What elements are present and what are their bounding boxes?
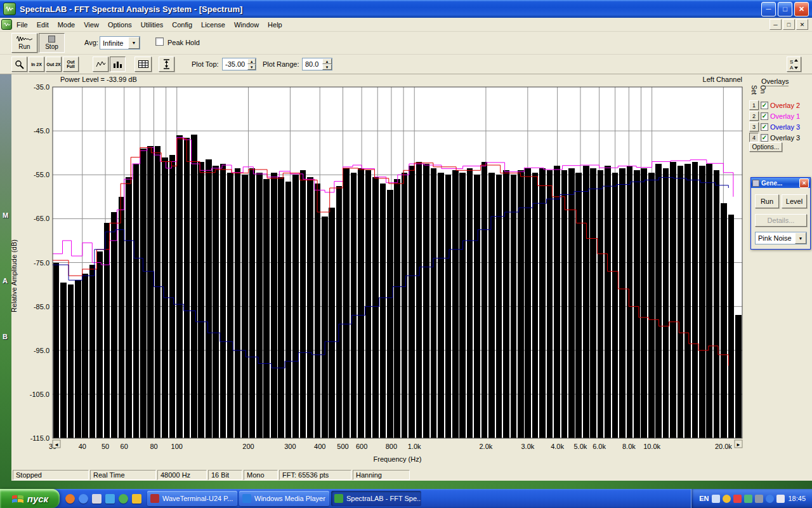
mdi-minimize-button[interactable]: ─ — [769, 19, 782, 30]
start-button[interactable]: пуск — [0, 489, 60, 508]
status-segment: Hanning — [353, 470, 410, 480]
amplitude-scale-button[interactable]: SA — [787, 57, 801, 72]
tray-icon-6[interactable] — [766, 495, 774, 503]
vertical-scale-icon — [163, 59, 170, 69]
quick-launch-icon-2[interactable] — [79, 494, 88, 504]
y-tick-label: -75.0 — [34, 259, 49, 267]
line-plot-button[interactable] — [93, 57, 108, 72]
overlays-on-header: On — [759, 85, 766, 93]
generator-signal-dropdown[interactable]: Pink Noise ▼ — [755, 232, 807, 244]
table-view-button[interactable] — [134, 57, 152, 72]
tray-icon-4[interactable] — [744, 495, 752, 503]
autoscale-button[interactable] — [159, 57, 174, 72]
menu-item-window[interactable]: Window — [230, 19, 263, 30]
overlay-checkbox-4[interactable]: ✓ — [761, 134, 768, 142]
overlay-checkbox-3[interactable]: ✓ — [761, 123, 768, 131]
generator-run-button[interactable]: Run — [755, 194, 779, 208]
overlay-set-button-4[interactable]: 4 — [749, 133, 759, 142]
arrow-down-icon[interactable]: ▼ — [247, 64, 256, 70]
close-button[interactable]: ✕ — [794, 2, 809, 17]
scroll-right-button[interactable]: ► — [735, 440, 742, 448]
arrow-down-icon[interactable]: ▼ — [322, 64, 332, 70]
waveform-icon — [16, 36, 33, 43]
chevron-down-icon[interactable]: ▼ — [795, 232, 806, 244]
zoom-in-2x-button[interactable]: In 2X — [29, 57, 44, 72]
scroll-left-button[interactable]: ◄ — [53, 440, 60, 448]
status-segment: FFT: 65536 pts — [279, 470, 351, 480]
spinner-arrows[interactable]: ▲▼ — [322, 58, 332, 70]
y-tick-label: -35.0 — [34, 83, 49, 91]
generator-details-button[interactable]: Details... — [755, 214, 807, 227]
task-button-2[interactable]: Windows Media Player — [239, 491, 329, 506]
plot-range-spinner[interactable]: 80.0 ▲▼ — [302, 58, 332, 70]
task-button-label: Windows Media Player — [254, 495, 325, 502]
zoom-out-full-button[interactable]: Out Full — [63, 57, 79, 72]
quick-launch-icon-5[interactable] — [119, 494, 128, 504]
bar-plot-button[interactable] — [110, 57, 126, 72]
arrow-up-icon[interactable]: ▲ — [322, 58, 332, 64]
quick-launch-icon-4[interactable] — [105, 494, 115, 504]
zoom-out-label: Out 2X — [46, 62, 61, 67]
tray-icon-7[interactable] — [776, 495, 785, 503]
menu-item-license[interactable]: License — [197, 19, 230, 30]
mdi-restore-button[interactable]: □ — [783, 19, 795, 30]
quick-launch-icon-3[interactable] — [92, 494, 102, 504]
task-buttons: WaveTerminal-U24 P...Windows Media Playe… — [147, 491, 423, 506]
status-segment: Real Time — [90, 470, 156, 480]
peak-hold-checkbox[interactable] — [155, 37, 164, 46]
overlay-set-button-3[interactable]: 3 — [749, 122, 759, 131]
quick-launch-icon-1[interactable] — [65, 494, 75, 504]
menu-item-config[interactable]: Config — [167, 19, 197, 30]
menu-item-file[interactable]: File — [12, 19, 32, 30]
zoom-cursor-button[interactable] — [11, 57, 27, 72]
toolbar-plot: In 2X Out 2X Out Full Plot Top: -35.00 ▲… — [0, 55, 812, 74]
menu-item-options[interactable]: Options — [103, 19, 136, 30]
quick-launch-icon-6[interactable] — [132, 494, 141, 504]
arrow-up-icon[interactable]: ▲ — [247, 58, 256, 64]
run-button[interactable]: Run — [11, 33, 37, 53]
task-button-3[interactable]: SpectraLAB - FFT Spe... — [331, 491, 421, 506]
generator-title-bar[interactable]: Gene... ✕ — [751, 178, 810, 188]
overlay-options-button[interactable]: Options... — [749, 142, 782, 152]
x-tick-label: 200 — [242, 443, 254, 450]
task-icon-2 — [242, 494, 251, 503]
generator-details-label: Details... — [768, 217, 795, 224]
y-tick-label: -55.0 — [34, 171, 49, 178]
desktop-icon-label[interactable]: B — [3, 333, 8, 340]
menu-item-help[interactable]: Help — [263, 19, 287, 30]
task-button-1[interactable]: WaveTerminal-U24 P... — [147, 491, 237, 506]
plot-top-spinner[interactable]: -35.00 ▲▼ — [222, 58, 256, 70]
menu-item-view[interactable]: View — [79, 19, 103, 30]
menu-item-utilities[interactable]: Utilities — [136, 19, 167, 30]
tray-icon-3[interactable] — [733, 495, 742, 503]
tray-icon-2[interactable] — [723, 495, 731, 503]
overlay-set-button-2[interactable]: 2 — [749, 111, 759, 121]
overlay-checkbox-1[interactable]: ✓ — [761, 102, 768, 109]
x-tick-label: 3.0k — [521, 443, 535, 450]
chevron-down-icon[interactable]: ▼ — [128, 37, 140, 49]
mdi-close-button[interactable]: ✕ — [796, 19, 808, 30]
generator-close-button[interactable]: ✕ — [799, 178, 809, 188]
waveform-icon — [6, 6, 13, 11]
avg-dropdown[interactable]: Infinite ▼ — [100, 36, 140, 50]
stop-button[interactable]: Stop — [39, 33, 65, 53]
status-segment: Mono — [244, 470, 278, 480]
language-indicator[interactable]: EN — [699, 495, 709, 502]
maximize-button[interactable]: □ — [778, 2, 792, 17]
spinner-arrows[interactable]: ▲▼ — [247, 58, 256, 70]
minimize-button[interactable]: ─ — [761, 2, 776, 17]
x-axis-title: Frequency (Hz) — [374, 455, 422, 463]
desktop-icon-label[interactable]: A — [3, 277, 8, 284]
menu-item-mode[interactable]: Mode — [53, 19, 80, 30]
tray-icon-1[interactable] — [712, 495, 720, 503]
status-segment: Stopped — [13, 470, 89, 480]
waveform-icon — [4, 22, 10, 27]
overlay-set-button-1[interactable]: 1 — [749, 100, 759, 110]
overlay-checkbox-2[interactable]: ✓ — [761, 112, 768, 120]
x-tick-label: 40 — [79, 443, 86, 450]
tray-icon-5[interactable] — [755, 495, 763, 503]
desktop-icon-label[interactable]: M — [3, 211, 8, 219]
zoom-out-2x-button[interactable]: Out 2X — [46, 57, 62, 72]
generator-level-button[interactable]: Level — [782, 194, 807, 208]
menu-item-edit[interactable]: Edit — [32, 19, 53, 30]
